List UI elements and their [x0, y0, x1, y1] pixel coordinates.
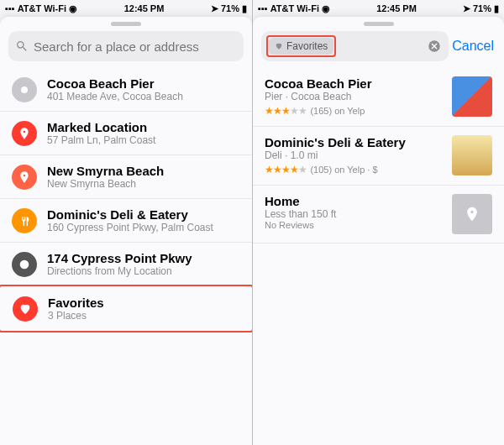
list-item[interactable]: New Smyrna BeachNew Smyrna Beach — [0, 155, 252, 199]
item-sub: 3 Places — [48, 310, 239, 322]
item-sub: Directions from My Location — [47, 265, 240, 277]
wifi-icon: ◉ — [322, 3, 330, 14]
search-field[interactable] — [8, 31, 244, 61]
search-field[interactable]: Favorites — [261, 31, 449, 61]
search-icon — [15, 39, 29, 53]
drawer-grabber[interactable] — [111, 22, 141, 26]
star-rating: ★★★★★ — [265, 105, 307, 117]
suggestions-list: Cocoa Beach Pier401 Meade Ave, Cocoa Bea… — [0, 68, 252, 332]
result-sub: Less than 150 ft — [265, 208, 444, 220]
pin-icon — [12, 165, 37, 190]
carrier: AT&T Wi-Fi — [18, 3, 66, 13]
pin-icon — [12, 121, 37, 146]
result-title: Home — [265, 194, 444, 208]
location-icon: ➤ — [463, 3, 470, 14]
list-item[interactable]: Cocoa Beach Pier401 Meade Ave, Cocoa Bea… — [0, 68, 252, 112]
result-item[interactable]: Home Less than 150 ft No Reviews — [253, 186, 504, 243]
star-rating: ★★★★★ — [265, 164, 307, 175]
battery-pct: 71% — [221, 3, 239, 13]
review-count: No Reviews — [265, 220, 444, 230]
directions-icon — [12, 252, 37, 277]
signal-icon: ▪▪▪ — [5, 3, 15, 13]
item-sub: 57 Palm Ln, Palm Coast — [47, 134, 240, 146]
status-bar: ▪▪▪AT&T Wi-Fi◉ 12:45 PM ➤71%▮ — [253, 0, 504, 17]
battery-icon: ▮ — [494, 3, 499, 14]
wifi-icon: ◉ — [69, 3, 77, 14]
clock: 12:45 PM — [124, 3, 165, 13]
annotation-highlight: Favorites — [266, 35, 336, 57]
clear-icon[interactable] — [427, 39, 442, 54]
favorites-results: Cocoa Beach Pier Pier · Cocoa Beach ★★★★… — [253, 68, 504, 243]
screen-right: ▪▪▪AT&T Wi-Fi◉ 12:45 PM ➤71%▮ Favorites … — [252, 0, 504, 445]
favorites-item[interactable]: Favorites3 Places — [1, 287, 251, 330]
status-bar: ▪▪▪AT&T Wi-Fi◉ 12:45 PM ➤71%▮ — [0, 0, 252, 17]
result-title: Cocoa Beach Pier — [265, 76, 444, 91]
item-title: Cocoa Beach Pier — [47, 76, 240, 91]
battery-pct: 71% — [473, 3, 491, 13]
battery-icon: ▮ — [242, 3, 247, 14]
item-title: New Smyrna Beach — [47, 164, 240, 178]
screen-left: ▪▪▪AT&T Wi-Fi◉ 12:45 PM ➤71%▮ Cocoa Beac… — [0, 0, 252, 445]
item-sub: 160 Cypress Point Pkwy, Palm Coast — [47, 222, 240, 233]
home-icon — [452, 194, 492, 234]
review-count: (105) on Yelp · $ — [310, 165, 377, 175]
list-item[interactable]: 174 Cypress Point PkwyDirections from My… — [0, 243, 252, 286]
item-sub: 401 Meade Ave, Cocoa Beach — [47, 91, 240, 102]
maps-drawer: Cocoa Beach Pier401 Meade Ave, Cocoa Bea… — [0, 17, 252, 445]
result-sub: Deli · 1.0 mi — [265, 149, 444, 161]
result-sub: Pier · Cocoa Beach — [265, 91, 444, 102]
cancel-button[interactable]: Cancel — [452, 39, 494, 54]
item-title: Marked Location — [47, 120, 240, 134]
list-item[interactable]: Marked Location57 Palm Ln, Palm Coast — [0, 112, 252, 155]
recent-icon — [12, 77, 37, 102]
heart-icon — [13, 296, 38, 322]
result-thumbnail — [452, 76, 492, 117]
carrier: AT&T Wi-Fi — [270, 3, 319, 13]
favorites-chip[interactable]: Favorites — [269, 38, 333, 55]
item-title: Favorites — [48, 296, 239, 310]
result-title: Dominic's Deli & Eatery — [265, 135, 444, 149]
review-count: (165) on Yelp — [310, 106, 365, 116]
chip-label: Favorites — [286, 40, 328, 52]
result-item[interactable]: Dominic's Deli & Eatery Deli · 1.0 mi ★★… — [253, 127, 504, 186]
search-input[interactable] — [34, 39, 237, 54]
signal-icon: ▪▪▪ — [258, 3, 268, 13]
heart-icon — [275, 42, 283, 50]
food-icon — [12, 208, 37, 233]
maps-drawer: Favorites Cancel Cocoa Beach Pier Pier ·… — [253, 17, 504, 445]
list-item[interactable]: Dominic's Deli & Eatery160 Cypress Point… — [0, 199, 252, 243]
item-title: 174 Cypress Point Pkwy — [47, 251, 240, 265]
drawer-grabber[interactable] — [364, 22, 394, 26]
result-item[interactable]: Cocoa Beach Pier Pier · Cocoa Beach ★★★★… — [253, 68, 504, 127]
annotation-highlight: Favorites3 Places — [0, 285, 252, 332]
result-thumbnail — [452, 135, 492, 175]
svg-point-0 — [21, 86, 28, 93]
clock: 12:45 PM — [376, 3, 417, 13]
item-sub: New Smyrna Beach — [47, 178, 240, 190]
item-title: Dominic's Deli & Eatery — [47, 207, 240, 222]
location-icon: ➤ — [211, 3, 218, 14]
